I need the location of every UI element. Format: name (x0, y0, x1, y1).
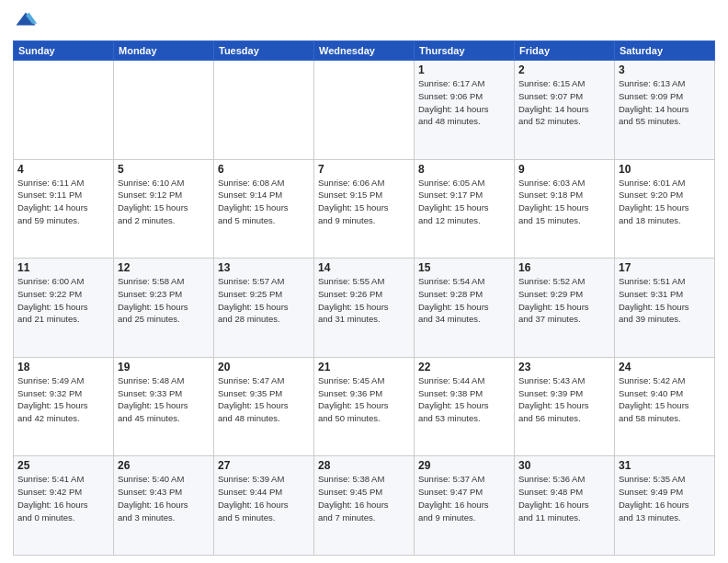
calendar-cell: 15Sunrise: 5:54 AM Sunset: 9:28 PM Dayli… (415, 259, 515, 358)
calendar-cell: 26Sunrise: 5:40 AM Sunset: 9:43 PM Dayli… (114, 456, 214, 556)
day-number: 19 (118, 361, 210, 373)
day-info: Sunrise: 6:00 AM Sunset: 9:22 PM Dayligh… (17, 275, 109, 326)
calendar-cell: 14Sunrise: 5:55 AM Sunset: 9:26 PM Dayli… (314, 259, 415, 358)
page-header (13, 9, 715, 35)
calendar-cell: 8Sunrise: 6:05 AM Sunset: 9:17 PM Daylig… (415, 159, 515, 259)
calendar-week-row: 4Sunrise: 6:11 AM Sunset: 9:11 PM Daylig… (14, 159, 715, 259)
calendar-cell (14, 61, 114, 160)
day-info: Sunrise: 5:35 AM Sunset: 9:49 PM Dayligh… (619, 473, 711, 523)
calendar-cell: 7Sunrise: 6:06 AM Sunset: 9:15 PM Daylig… (314, 159, 415, 259)
day-info: Sunrise: 5:49 AM Sunset: 9:32 PM Dayligh… (17, 374, 109, 425)
day-number: 5 (118, 163, 210, 176)
day-number: 28 (318, 459, 410, 472)
day-number: 11 (17, 261, 109, 274)
calendar-cell: 3Sunrise: 6:13 AM Sunset: 9:09 PM Daylig… (615, 61, 715, 160)
day-number: 20 (218, 361, 310, 373)
day-number: 27 (218, 459, 310, 472)
calendar-cell: 25Sunrise: 5:41 AM Sunset: 9:42 PM Dayli… (14, 456, 114, 556)
calendar-cell: 10Sunrise: 6:01 AM Sunset: 9:20 PM Dayli… (615, 159, 715, 259)
day-info: Sunrise: 6:01 AM Sunset: 9:20 PM Dayligh… (619, 177, 711, 227)
day-info: Sunrise: 5:39 AM Sunset: 9:44 PM Dayligh… (218, 473, 310, 523)
calendar-cell: 5Sunrise: 6:10 AM Sunset: 9:12 PM Daylig… (114, 159, 214, 259)
day-info: Sunrise: 5:41 AM Sunset: 9:42 PM Dayligh… (17, 473, 109, 523)
day-info: Sunrise: 5:43 AM Sunset: 9:39 PM Dayligh… (518, 374, 610, 425)
calendar-cell: 23Sunrise: 5:43 AM Sunset: 9:39 PM Dayli… (515, 357, 615, 456)
day-info: Sunrise: 6:06 AM Sunset: 9:15 PM Dayligh… (318, 177, 410, 227)
calendar-cell: 6Sunrise: 6:08 AM Sunset: 9:14 PM Daylig… (214, 159, 314, 259)
calendar-cell: 24Sunrise: 5:42 AM Sunset: 9:40 PM Dayli… (615, 357, 715, 456)
calendar-cell: 21Sunrise: 5:45 AM Sunset: 9:36 PM Dayli… (314, 357, 415, 456)
day-number: 23 (518, 361, 610, 373)
calendar-week-row: 25Sunrise: 5:41 AM Sunset: 9:42 PM Dayli… (14, 456, 715, 556)
day-info: Sunrise: 5:44 AM Sunset: 9:38 PM Dayligh… (418, 374, 510, 425)
calendar-cell: 29Sunrise: 5:37 AM Sunset: 9:47 PM Dayli… (415, 456, 515, 556)
day-info: Sunrise: 5:47 AM Sunset: 9:35 PM Dayligh… (218, 374, 310, 425)
day-number: 9 (518, 163, 610, 176)
day-info: Sunrise: 5:36 AM Sunset: 9:48 PM Dayligh… (518, 473, 610, 523)
calendar-cell: 20Sunrise: 5:47 AM Sunset: 9:35 PM Dayli… (214, 357, 314, 456)
day-info: Sunrise: 5:37 AM Sunset: 9:47 PM Dayligh… (418, 473, 510, 523)
day-number: 22 (418, 361, 510, 373)
weekday-header: Tuesday (214, 41, 314, 61)
day-number: 14 (318, 261, 410, 274)
calendar-cell (314, 61, 415, 160)
calendar-table: SundayMondayTuesdayWednesdayThursdayFrid… (13, 40, 715, 556)
calendar-cell: 2Sunrise: 6:15 AM Sunset: 9:07 PM Daylig… (515, 61, 615, 160)
day-number: 2 (518, 63, 610, 76)
weekday-header: Monday (114, 41, 214, 61)
day-number: 7 (318, 163, 410, 176)
calendar-header-row: SundayMondayTuesdayWednesdayThursdayFrid… (14, 41, 715, 61)
calendar-cell: 9Sunrise: 6:03 AM Sunset: 9:18 PM Daylig… (515, 159, 615, 259)
day-number: 29 (418, 459, 510, 472)
weekday-header: Thursday (415, 41, 515, 61)
day-info: Sunrise: 5:52 AM Sunset: 9:29 PM Dayligh… (518, 275, 610, 326)
day-number: 16 (518, 261, 610, 274)
day-number: 12 (118, 261, 210, 274)
day-number: 26 (118, 459, 210, 472)
day-info: Sunrise: 6:15 AM Sunset: 9:07 PM Dayligh… (518, 77, 610, 128)
day-number: 25 (17, 459, 109, 472)
day-info: Sunrise: 5:58 AM Sunset: 9:23 PM Dayligh… (118, 275, 210, 326)
day-info: Sunrise: 6:10 AM Sunset: 9:12 PM Dayligh… (118, 177, 210, 227)
day-info: Sunrise: 5:51 AM Sunset: 9:31 PM Dayligh… (619, 275, 711, 326)
calendar-cell: 16Sunrise: 5:52 AM Sunset: 9:29 PM Dayli… (515, 259, 615, 358)
logo-icon (13, 9, 39, 35)
calendar-cell: 31Sunrise: 5:35 AM Sunset: 9:49 PM Dayli… (615, 456, 715, 556)
calendar-cell: 27Sunrise: 5:39 AM Sunset: 9:44 PM Dayli… (214, 456, 314, 556)
calendar-cell: 28Sunrise: 5:38 AM Sunset: 9:45 PM Dayli… (314, 456, 415, 556)
day-number: 30 (518, 459, 610, 472)
day-info: Sunrise: 5:54 AM Sunset: 9:28 PM Dayligh… (418, 275, 510, 326)
day-info: Sunrise: 5:45 AM Sunset: 9:36 PM Dayligh… (318, 374, 410, 425)
calendar-week-row: 1Sunrise: 6:17 AM Sunset: 9:06 PM Daylig… (14, 61, 715, 160)
day-number: 4 (17, 163, 109, 176)
calendar-cell: 12Sunrise: 5:58 AM Sunset: 9:23 PM Dayli… (114, 259, 214, 358)
calendar-cell: 11Sunrise: 6:00 AM Sunset: 9:22 PM Dayli… (14, 259, 114, 358)
weekday-header: Wednesday (314, 41, 415, 61)
day-info: Sunrise: 6:17 AM Sunset: 9:06 PM Dayligh… (418, 77, 510, 128)
day-number: 15 (418, 261, 510, 274)
day-number: 8 (418, 163, 510, 176)
day-info: Sunrise: 6:11 AM Sunset: 9:11 PM Dayligh… (17, 177, 109, 227)
calendar-cell: 30Sunrise: 5:36 AM Sunset: 9:48 PM Dayli… (515, 456, 615, 556)
day-info: Sunrise: 6:08 AM Sunset: 9:14 PM Dayligh… (218, 177, 310, 227)
calendar-cell: 19Sunrise: 5:48 AM Sunset: 9:33 PM Dayli… (114, 357, 214, 456)
calendar-cell: 13Sunrise: 5:57 AM Sunset: 9:25 PM Dayli… (214, 259, 314, 358)
day-info: Sunrise: 6:03 AM Sunset: 9:18 PM Dayligh… (518, 177, 610, 227)
day-info: Sunrise: 5:48 AM Sunset: 9:33 PM Dayligh… (118, 374, 210, 425)
weekday-header: Sunday (14, 41, 114, 61)
calendar-cell: 4Sunrise: 6:11 AM Sunset: 9:11 PM Daylig… (14, 159, 114, 259)
day-number: 6 (218, 163, 310, 176)
calendar-cell (114, 61, 214, 160)
day-number: 13 (218, 261, 310, 274)
day-number: 17 (619, 261, 711, 274)
weekday-header: Friday (515, 41, 615, 61)
day-number: 3 (619, 63, 711, 76)
day-info: Sunrise: 5:42 AM Sunset: 9:40 PM Dayligh… (619, 374, 711, 425)
day-info: Sunrise: 5:40 AM Sunset: 9:43 PM Dayligh… (118, 473, 210, 523)
day-number: 18 (17, 361, 109, 373)
day-info: Sunrise: 5:57 AM Sunset: 9:25 PM Dayligh… (218, 275, 310, 326)
day-info: Sunrise: 6:13 AM Sunset: 9:09 PM Dayligh… (619, 77, 711, 128)
calendar-cell: 1Sunrise: 6:17 AM Sunset: 9:06 PM Daylig… (415, 61, 515, 160)
day-number: 10 (619, 163, 711, 176)
calendar-week-row: 11Sunrise: 6:00 AM Sunset: 9:22 PM Dayli… (14, 259, 715, 358)
